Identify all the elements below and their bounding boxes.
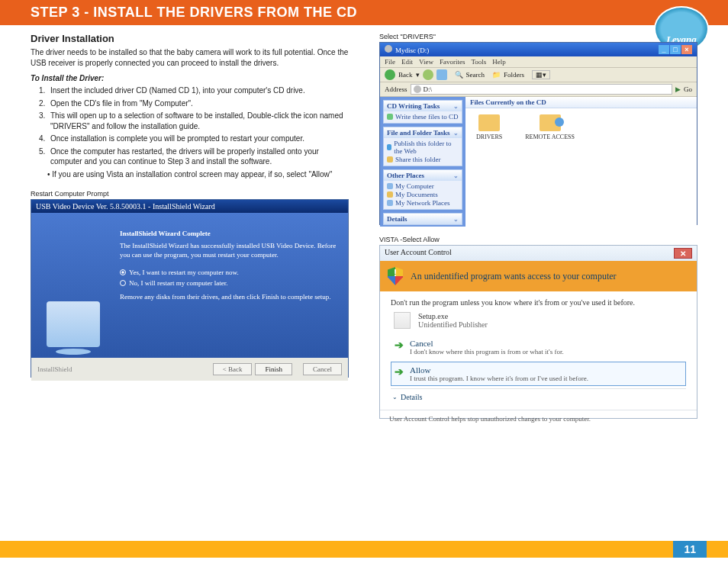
is-body-text-2: Remove any disks from their drives, and … [120, 293, 339, 302]
step-item: This will open up to a selection of soft… [47, 111, 349, 131]
sidebar-link[interactable]: My Computer [387, 182, 459, 190]
step-item: Once the computer has restarted, the dri… [47, 146, 349, 167]
program-publisher: Unidentified Publisher [418, 320, 488, 329]
is-body-text: The InstallShield Wizard has successfull… [120, 242, 339, 259]
uac-footer: User Account Control helps stop unauthor… [380, 410, 697, 427]
radio-icon [120, 269, 126, 275]
window-buttons[interactable]: _□× [658, 45, 692, 54]
back-button[interactable]: < Back [213, 363, 253, 375]
arrow-icon: ➔ [395, 339, 404, 350]
folder-icon [478, 114, 500, 131]
drivers-folder[interactable]: DRIVERS [476, 114, 502, 140]
page-body: Driver Installation The driver needs to … [0, 25, 728, 419]
mycomputer-icon [387, 183, 393, 189]
radio-icon [120, 280, 126, 286]
left-column: Driver Installation The driver needs to … [31, 33, 349, 419]
program-icon [394, 312, 411, 329]
uac-banner-text: An unidentified program wants access to … [411, 271, 617, 282]
uac-warning: Don't run the program unless you know wh… [391, 298, 686, 307]
sidebar-task[interactable]: Share this folder [387, 156, 459, 163]
caption-explorer: Select "DRIVERS" [379, 33, 697, 40]
uac-screenshot: User Account Control✕ An unidentified pr… [379, 245, 697, 419]
is-titlebar: USB Video Device Ver. 5.8.50003.1 - Inst… [31, 200, 348, 213]
install-steps: Insert the included driver CD (Named CD … [31, 85, 349, 167]
page-footer: 11 [0, 541, 728, 558]
explorer-menubar[interactable]: FileEditViewFavoritesToolsHelp [380, 56, 697, 68]
close-button[interactable]: ✕ [674, 248, 692, 259]
cancel-option[interactable]: ➔ CancelI don't know where this program … [391, 335, 686, 359]
step-item: Once installation is complete you will b… [47, 134, 349, 144]
section-heading: Driver Installation [31, 33, 349, 44]
intro-paragraph: The driver needs to be installed so that… [31, 47, 349, 68]
sidebar-task[interactable]: Write these files to CD [387, 113, 459, 121]
restart-now-option[interactable]: Yes, I want to restart my computer now. [120, 269, 339, 276]
page-number: 11 [673, 541, 707, 558]
go-button[interactable]: Go [684, 85, 692, 93]
files-heading: Files Currently on the CD [465, 97, 697, 108]
step-item: Insert the included driver CD (Named CD … [47, 85, 349, 96]
forward-icon[interactable] [423, 69, 433, 80]
cd-icon [385, 45, 392, 53]
cd-icon [414, 85, 421, 93]
explorer-screenshot: Mydisc (D:) _□× FileEditViewFavoritesToo… [379, 42, 697, 225]
computer-icon [47, 301, 100, 347]
finish-button[interactable]: Finish [255, 363, 292, 375]
share-icon [387, 156, 393, 162]
up-icon[interactable] [436, 69, 447, 80]
caption-uac: VISTA -Select Allow [379, 236, 697, 243]
explorer-sidebar: CD Writing Tasks⌄ Write these files to C… [380, 97, 465, 227]
address-field[interactable]: D:\ [411, 84, 673, 95]
program-name: Setup.exe [418, 312, 488, 320]
uac-title: User Account Control [385, 248, 452, 259]
right-column: Select "DRIVERS" Mydisc (D:) _□× FileEdi… [379, 33, 697, 419]
arrow-icon: ➔ [395, 366, 404, 377]
mydocs-icon [387, 191, 393, 198]
is-heading: InstallShield Wizard Complete [120, 230, 339, 237]
step-title: STEP 3 - INSTALL THE DRIVERS FROM THE CD [31, 5, 357, 20]
sidebar-link[interactable]: My Network Places [387, 199, 459, 207]
restart-later-option[interactable]: No, I will restart my computer later. [120, 279, 339, 287]
write-cd-icon [387, 114, 393, 120]
explorer-title: Mydisc (D:) [395, 47, 429, 54]
step-item: Open the CD's file in from "My Computer"… [47, 98, 349, 109]
explorer-toolbar[interactable]: Back▾ 🔍Search 📁Folders ▦▾ [380, 68, 697, 82]
sidebar-task[interactable]: Publish this folder to the Web [387, 140, 459, 155]
back-icon[interactable] [385, 69, 395, 80]
publish-icon [387, 144, 391, 150]
installshield-brand: InstallShield [37, 365, 72, 373]
sidebar-link[interactable]: My Documents [387, 191, 459, 198]
views-icon[interactable]: ▦▾ [532, 70, 550, 79]
page-header: STEP 3 - INSTALL THE DRIVERS FROM THE CD [0, 0, 728, 25]
folder-icon [540, 114, 561, 131]
cancel-button[interactable]: Cancel [303, 363, 342, 375]
installshield-screenshot: USB Video Device Ver. 5.8.50003.1 - Inst… [31, 199, 349, 378]
remote-access-folder[interactable]: REMOTE ACCESS [525, 114, 575, 140]
address-label: Address [385, 85, 407, 93]
substep: If you are using Vista an installation c… [47, 169, 349, 180]
allow-option[interactable]: ➔ AllowI trust this program. I know wher… [391, 362, 686, 386]
network-icon [387, 200, 393, 206]
details-expander[interactable]: ⌄Details [391, 388, 686, 405]
shield-icon [388, 267, 403, 285]
caption-restart: Restart Computer Prompt [31, 190, 349, 198]
subheading: To Install the Driver: [31, 74, 349, 82]
